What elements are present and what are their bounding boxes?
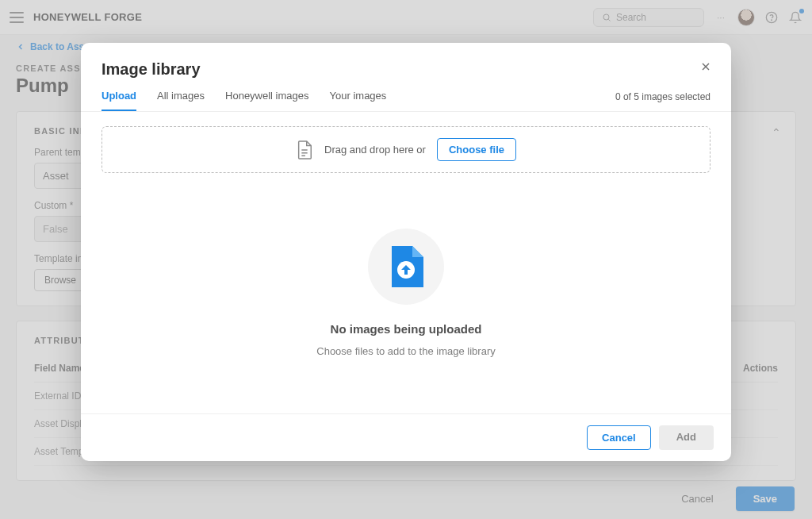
upload-file-icon bbox=[389, 246, 423, 287]
choose-file-button[interactable]: Choose file bbox=[437, 138, 516, 161]
close-button[interactable] bbox=[698, 59, 714, 75]
file-icon bbox=[296, 140, 313, 160]
modal-footer: Cancel Add bbox=[81, 413, 731, 461]
empty-state: No images being uploaded Choose files to… bbox=[102, 229, 710, 357]
close-icon bbox=[699, 60, 712, 73]
add-button: Add bbox=[659, 425, 714, 450]
tab-your-images[interactable]: Your images bbox=[330, 90, 387, 111]
cancel-button[interactable]: Cancel bbox=[587, 425, 651, 450]
modal-header: Image library bbox=[81, 43, 731, 79]
modal-scrim: Image library Upload All images Honeywel… bbox=[0, 0, 812, 519]
modal-body: Drag and drop here or Choose file No ima… bbox=[81, 112, 731, 413]
empty-state-graphic bbox=[368, 229, 444, 305]
modal-title: Image library bbox=[102, 60, 710, 79]
dropzone-text: Drag and drop here or bbox=[324, 144, 426, 156]
tab-upload[interactable]: Upload bbox=[102, 90, 136, 111]
selected-count: 0 of 5 images selected bbox=[615, 91, 710, 110]
modal-tabs-row: Upload All images Honeywell images Your … bbox=[81, 79, 731, 112]
modal-tabs: Upload All images Honeywell images Your … bbox=[102, 90, 386, 111]
empty-state-title: No images being uploaded bbox=[331, 322, 482, 336]
image-library-modal: Image library Upload All images Honeywel… bbox=[81, 43, 731, 461]
empty-state-subtitle: Choose files to add to the image library bbox=[316, 345, 495, 357]
tab-honeywell-images[interactable]: Honeywell images bbox=[225, 90, 309, 111]
dropzone[interactable]: Drag and drop here or Choose file bbox=[102, 126, 710, 173]
tab-all-images[interactable]: All images bbox=[157, 90, 205, 111]
